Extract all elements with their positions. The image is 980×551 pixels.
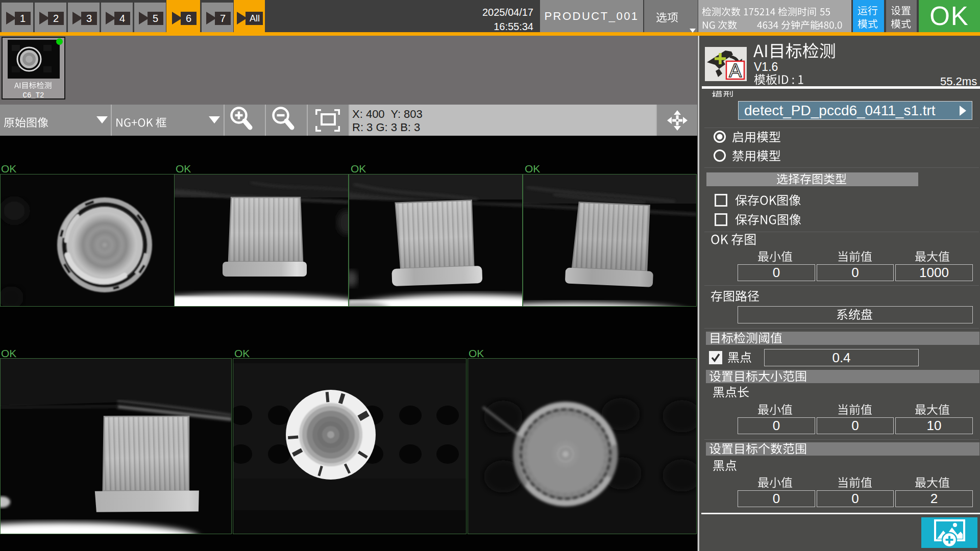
svg-text:A: A xyxy=(729,60,742,81)
